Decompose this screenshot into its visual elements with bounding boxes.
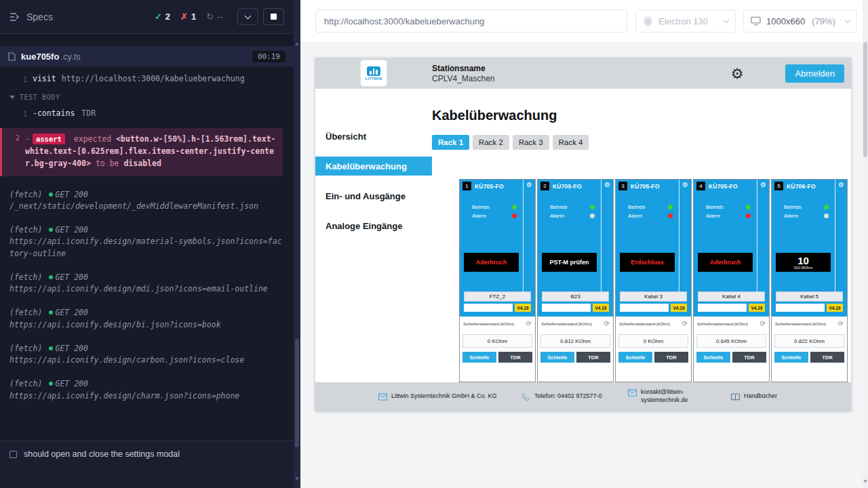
- fetch-label: (fetch): [9, 308, 42, 317]
- measurement-label: Schleifenwiderstand [kOhm]: [541, 322, 592, 326]
- page-scrollbar[interactable]: [863, 0, 868, 488]
- status-subtext: ISO MOhm: [794, 266, 813, 270]
- card-gear-icon[interactable]: ⚙: [838, 182, 844, 291]
- tdr-button[interactable]: TDR: [810, 352, 844, 363]
- specs-toggle-button[interactable]: Specs: [9, 12, 53, 22]
- scrollbar-thumb[interactable]: [863, 42, 867, 157]
- footer-phone[interactable]: Telefon: 04402 972577-0: [522, 392, 616, 401]
- nav-item-ein-und-ausgaenge[interactable]: Ein- und Ausgänge: [315, 186, 432, 205]
- footer-manuals-link[interactable]: Handbücher: [731, 392, 777, 401]
- aut-toolbar: Electron 130 1000x660 (79%): [300, 0, 863, 42]
- reporter-scrollbar[interactable]: [294, 0, 300, 488]
- tab-rack-4[interactable]: Rack 4: [553, 135, 589, 150]
- tab-rack-1[interactable]: Rack 1: [432, 135, 469, 150]
- device-number: 4: [696, 182, 705, 190]
- card-gear-icon[interactable]: ⚙: [760, 182, 766, 291]
- alarm-label: Alarm: [472, 213, 486, 219]
- card-gear-icon[interactable]: ⚙: [526, 182, 532, 291]
- schleife-button[interactable]: Schleife: [696, 352, 730, 363]
- tdr-button[interactable]: TDR: [654, 352, 688, 363]
- pending-count: --: [217, 12, 223, 22]
- log-fetch-row[interactable]: (fetch)GET 200 https://api.iconify.desig…: [0, 372, 283, 408]
- schleife-button[interactable]: Schleife: [618, 352, 652, 363]
- stop-run-button[interactable]: [263, 8, 284, 25]
- nav-item-analoge-eingaenge[interactable]: Analoge Eingänge: [315, 216, 432, 235]
- scroll-down-arrow-icon[interactable]: [295, 477, 299, 481]
- scroll-up-arrow-icon[interactable]: [295, 42, 299, 45]
- nav-item-uebersicht[interactable]: Übersicht: [315, 127, 432, 146]
- pending-icon: ↻: [206, 12, 214, 22]
- betrieb-label: Betrieb: [628, 204, 645, 210]
- command-name: visit: [33, 73, 56, 85]
- check-icon: ✓: [155, 12, 162, 22]
- device-number: 2: [540, 182, 549, 190]
- littwin-logo: LITTWIN: [361, 60, 387, 86]
- card-rail: ⚙: [679, 180, 691, 291]
- log-fetch-row[interactable]: (fetch)GET 200 https://api.iconify.desig…: [0, 337, 283, 373]
- tdr-button[interactable]: TDR: [498, 352, 532, 363]
- log-visit-row[interactable]: 1 visit http://localhost:3000/kabelueber…: [0, 70, 283, 87]
- browser-select[interactable]: Electron 130: [635, 9, 736, 33]
- measurement-value: 0 KOhm: [618, 334, 688, 348]
- schleife-button[interactable]: Schleife: [540, 352, 574, 363]
- scroll-down-arrow-icon[interactable]: [863, 480, 867, 483]
- command-log: 1 visit http://localhost:3000/kabelueber…: [0, 66, 294, 441]
- refresh-icon[interactable]: ⟳: [760, 321, 766, 327]
- chevron-down-icon: [9, 96, 15, 99]
- device-card-4: 4 KÜ705-FO Betrieb Alarm Aderbruch: [693, 179, 770, 382]
- tdr-button[interactable]: TDR: [576, 352, 610, 363]
- log-failed-assert-row[interactable]: 2 -assert expected <button.w-[50%].h-[1.…: [0, 128, 283, 176]
- command-name: -contains: [33, 108, 75, 119]
- stop-icon: [271, 14, 277, 20]
- command-number: 2: [2, 133, 20, 170]
- log-fetch-row[interactable]: (fetch)GET 200 https://api.iconify.desig…: [0, 266, 283, 302]
- firmware-version: V4.19: [827, 304, 843, 312]
- spec-file-header[interactable]: kue705fo .cy.ts 00:19: [0, 46, 294, 66]
- fetch-url: /_next/static/development/_devMiddleware…: [9, 201, 283, 212]
- url-input[interactable]: [315, 9, 627, 33]
- phone-number: Telefon: 04402 972577-0: [534, 392, 616, 401]
- schleife-button[interactable]: Schleife: [774, 352, 808, 363]
- tab-rack-2[interactable]: Rack 2: [473, 135, 509, 150]
- log-contains-row[interactable]: 1 -contains TDR: [0, 105, 283, 122]
- aut-preview-pane: Electron 130 1000x660 (79%) LITTWIN Stat…: [300, 0, 863, 488]
- schleife-button[interactable]: Schleife: [462, 352, 496, 363]
- logout-button[interactable]: Abmelden: [785, 64, 844, 83]
- card-rail: ⚙: [835, 180, 847, 291]
- pending-stat: ↻--: [206, 12, 223, 22]
- tdr-button[interactable]: TDR: [732, 352, 766, 363]
- measurement-panel: Schleifenwiderstand [kOhm] ⟳ 0.822 KOhm …: [772, 317, 847, 382]
- log-fetch-row[interactable]: (fetch)GET 200 https://api.iconify.desig…: [0, 301, 283, 337]
- success-dot-icon: [49, 346, 53, 350]
- tab-rack-3[interactable]: Rack 3: [513, 135, 549, 150]
- viewport-select[interactable]: 1000x660 (79%): [743, 9, 857, 33]
- device-cards: 1 KÜ705-FO Betrieb Alarm Aderbruch: [459, 179, 851, 382]
- log-fetch-row[interactable]: (fetch)GET 200 /_next/static/development…: [0, 183, 283, 219]
- measurement-value: 0.822 KOhm: [774, 334, 844, 348]
- device-model: KÜ705-FO: [709, 183, 738, 190]
- status-display: PST-M prüfen: [542, 253, 597, 272]
- next-test-row[interactable]: should open and close the settings modal: [0, 441, 294, 488]
- refresh-icon[interactable]: ⟳: [604, 321, 610, 327]
- card-rail: ⚙: [757, 180, 769, 291]
- refresh-icon[interactable]: ⟳: [526, 321, 532, 327]
- refresh-icon[interactable]: ⟳: [838, 321, 844, 327]
- refresh-icon[interactable]: ⟳: [682, 321, 688, 327]
- card-gear-icon[interactable]: ⚙: [682, 182, 688, 291]
- test-body-section-toggle[interactable]: TEST BODY: [0, 87, 283, 105]
- scrollbar-thumb[interactable]: [295, 339, 299, 447]
- device-number: 1: [462, 182, 471, 190]
- footer-email[interactable]: kontakt@littwin-systemtechnik.de: [628, 388, 719, 404]
- fetch-status: GET 200: [55, 272, 87, 282]
- nav-item-kabelueberwachung[interactable]: Kabelüberwachung: [315, 157, 432, 176]
- settings-gear-icon[interactable]: ⚙: [731, 66, 744, 81]
- browser-name: Electron 130: [658, 16, 708, 26]
- fetch-url: https://api.iconify.design/bi.json?icons…: [9, 319, 283, 331]
- device-model: KÜ705-FO: [631, 183, 660, 190]
- log-fetch-row[interactable]: (fetch)GET 200 https://api.iconify.desig…: [0, 218, 283, 266]
- command-number: 1: [9, 108, 27, 119]
- collapse-all-button[interactable]: [237, 8, 258, 25]
- footer-company: Littwin Systemtechnik GmbH & Co. KG: [378, 392, 510, 401]
- card-gear-icon[interactable]: ⚙: [604, 182, 610, 291]
- cable-name: FTZ_2: [464, 291, 531, 302]
